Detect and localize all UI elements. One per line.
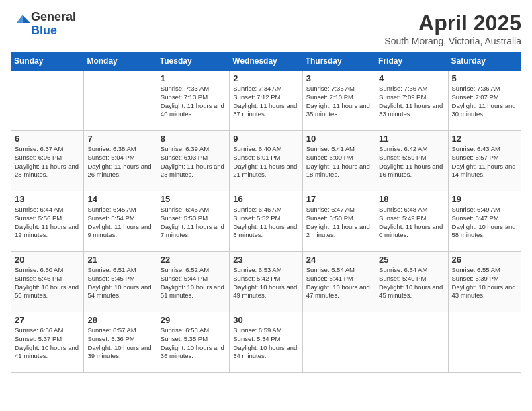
- calendar-cell: 11Sunrise: 6:42 AM Sunset: 5:59 PM Dayli…: [375, 131, 448, 191]
- calendar-cell: [448, 312, 521, 373]
- day-info: Sunrise: 6:45 AM Sunset: 5:54 PM Dayligh…: [87, 205, 152, 240]
- day-number: 20: [15, 255, 80, 265]
- calendar-cell: 29Sunrise: 6:58 AM Sunset: 5:35 PM Dayli…: [157, 312, 229, 373]
- header-day-monday: Monday: [84, 52, 157, 71]
- calendar-cell: 9Sunrise: 6:40 AM Sunset: 6:01 PM Daylig…: [230, 131, 302, 191]
- calendar-cell: 17Sunrise: 6:47 AM Sunset: 5:50 PM Dayli…: [302, 191, 375, 252]
- day-number: 2: [233, 73, 298, 83]
- header-day-friday: Friday: [375, 52, 448, 71]
- calendar-cell: 13Sunrise: 6:44 AM Sunset: 5:56 PM Dayli…: [11, 191, 84, 252]
- day-info: Sunrise: 6:46 AM Sunset: 5:52 PM Dayligh…: [233, 205, 298, 240]
- logo: General Blue: [11, 11, 76, 38]
- header-day-sunday: Sunday: [11, 52, 84, 71]
- day-info: Sunrise: 6:47 AM Sunset: 5:50 PM Dayligh…: [306, 205, 371, 240]
- day-number: 7: [87, 134, 152, 144]
- calendar-cell: 22Sunrise: 6:52 AM Sunset: 5:44 PM Dayli…: [157, 252, 229, 312]
- calendar-cell: 30Sunrise: 6:59 AM Sunset: 5:34 PM Dayli…: [230, 312, 302, 373]
- calendar-cell: 10Sunrise: 6:41 AM Sunset: 6:00 PM Dayli…: [302, 131, 375, 191]
- day-number: 10: [306, 134, 371, 144]
- header-day-saturday: Saturday: [448, 52, 521, 71]
- week-row-2: 6Sunrise: 6:37 AM Sunset: 6:06 PM Daylig…: [11, 131, 521, 191]
- day-number: 9: [233, 134, 298, 144]
- day-info: Sunrise: 6:49 AM Sunset: 5:47 PM Dayligh…: [452, 205, 517, 240]
- day-info: Sunrise: 6:55 AM Sunset: 5:39 PM Dayligh…: [452, 266, 517, 300]
- day-info: Sunrise: 6:45 AM Sunset: 5:53 PM Dayligh…: [161, 205, 226, 240]
- day-number: 21: [87, 255, 152, 265]
- calendar-cell: 18Sunrise: 6:48 AM Sunset: 5:49 PM Dayli…: [375, 191, 448, 252]
- day-info: Sunrise: 6:54 AM Sunset: 5:40 PM Dayligh…: [379, 266, 444, 300]
- day-number: 26: [452, 255, 517, 265]
- day-info: Sunrise: 7:36 AM Sunset: 7:09 PM Dayligh…: [379, 85, 444, 119]
- calendar-cell: 12Sunrise: 6:43 AM Sunset: 5:57 PM Dayli…: [448, 131, 521, 191]
- page-header: General Blue April 2025 South Morang, Vi…: [11, 11, 521, 46]
- logo-icon: [12, 13, 31, 32]
- day-number: 4: [379, 73, 444, 83]
- day-info: Sunrise: 6:57 AM Sunset: 5:36 PM Dayligh…: [87, 326, 152, 361]
- week-row-4: 20Sunrise: 6:50 AM Sunset: 5:46 PM Dayli…: [11, 252, 521, 312]
- day-number: 6: [15, 134, 80, 144]
- calendar-cell: 5Sunrise: 7:36 AM Sunset: 7:07 PM Daylig…: [448, 71, 521, 131]
- location-text: South Morang, Victoria, Australia: [384, 36, 521, 46]
- day-info: Sunrise: 7:35 AM Sunset: 7:10 PM Dayligh…: [306, 85, 371, 119]
- calendar-cell: [375, 312, 448, 373]
- calendar-cell: [84, 71, 157, 131]
- day-info: Sunrise: 6:56 AM Sunset: 5:37 PM Dayligh…: [15, 326, 80, 361]
- day-number: 11: [379, 134, 444, 144]
- header-row: SundayMondayTuesdayWednesdayThursdayFrid…: [11, 52, 521, 71]
- day-number: 23: [233, 255, 298, 265]
- day-info: Sunrise: 7:33 AM Sunset: 7:13 PM Dayligh…: [161, 85, 226, 119]
- logo-blue-text: Blue: [31, 24, 57, 37]
- calendar-cell: 23Sunrise: 6:53 AM Sunset: 5:42 PM Dayli…: [230, 252, 302, 312]
- calendar-cell: 3Sunrise: 7:35 AM Sunset: 7:10 PM Daylig…: [302, 71, 375, 131]
- day-number: 28: [87, 315, 152, 325]
- calendar-cell: 2Sunrise: 7:34 AM Sunset: 7:12 PM Daylig…: [230, 71, 302, 131]
- calendar-cell: 15Sunrise: 6:45 AM Sunset: 5:53 PM Dayli…: [157, 191, 229, 252]
- day-info: Sunrise: 7:34 AM Sunset: 7:12 PM Dayligh…: [233, 85, 298, 119]
- title-section: April 2025 South Morang, Victoria, Austr…: [384, 11, 521, 46]
- day-info: Sunrise: 6:43 AM Sunset: 5:57 PM Dayligh…: [452, 145, 517, 179]
- day-number: 30: [233, 315, 298, 325]
- day-number: 19: [452, 194, 517, 204]
- calendar-cell: 19Sunrise: 6:49 AM Sunset: 5:47 PM Dayli…: [448, 191, 521, 252]
- logo-general-text: General: [31, 10, 76, 24]
- day-number: 14: [87, 194, 152, 204]
- calendar-cell: 7Sunrise: 6:38 AM Sunset: 6:04 PM Daylig…: [84, 131, 157, 191]
- day-info: Sunrise: 6:50 AM Sunset: 5:46 PM Dayligh…: [15, 266, 80, 300]
- calendar-cell: 8Sunrise: 6:39 AM Sunset: 6:03 PM Daylig…: [157, 131, 229, 191]
- day-info: Sunrise: 6:59 AM Sunset: 5:34 PM Dayligh…: [233, 326, 298, 361]
- day-info: Sunrise: 6:38 AM Sunset: 6:04 PM Dayligh…: [87, 145, 152, 179]
- calendar-cell: [302, 312, 375, 373]
- calendar-cell: 21Sunrise: 6:51 AM Sunset: 5:45 PM Dayli…: [84, 252, 157, 312]
- day-info: Sunrise: 6:51 AM Sunset: 5:45 PM Dayligh…: [87, 266, 152, 300]
- svg-marker-0: [22, 15, 30, 23]
- calendar-cell: 1Sunrise: 7:33 AM Sunset: 7:13 PM Daylig…: [157, 71, 229, 131]
- day-number: 13: [15, 194, 80, 204]
- week-row-3: 13Sunrise: 6:44 AM Sunset: 5:56 PM Dayli…: [11, 191, 521, 252]
- day-info: Sunrise: 6:41 AM Sunset: 6:00 PM Dayligh…: [306, 145, 371, 179]
- calendar-cell: 16Sunrise: 6:46 AM Sunset: 5:52 PM Dayli…: [230, 191, 302, 252]
- day-number: 15: [161, 194, 226, 204]
- day-info: Sunrise: 6:40 AM Sunset: 6:01 PM Dayligh…: [233, 145, 298, 179]
- calendar-cell: 26Sunrise: 6:55 AM Sunset: 5:39 PM Dayli…: [448, 252, 521, 312]
- day-number: 24: [306, 255, 371, 265]
- day-info: Sunrise: 6:48 AM Sunset: 5:49 PM Dayligh…: [379, 205, 444, 240]
- day-number: 17: [306, 194, 371, 204]
- day-info: Sunrise: 6:54 AM Sunset: 5:41 PM Dayligh…: [306, 266, 371, 300]
- day-info: Sunrise: 6:42 AM Sunset: 5:59 PM Dayligh…: [379, 145, 444, 179]
- day-info: Sunrise: 6:58 AM Sunset: 5:35 PM Dayligh…: [161, 326, 226, 361]
- day-number: 1: [161, 73, 226, 83]
- day-info: Sunrise: 7:36 AM Sunset: 7:07 PM Dayligh…: [452, 85, 517, 119]
- month-title: April 2025: [384, 11, 521, 36]
- svg-marker-1: [17, 15, 22, 23]
- day-info: Sunrise: 6:37 AM Sunset: 6:06 PM Dayligh…: [15, 145, 80, 179]
- calendar-cell: 28Sunrise: 6:57 AM Sunset: 5:36 PM Dayli…: [84, 312, 157, 373]
- day-number: 16: [233, 194, 298, 204]
- calendar-cell: 20Sunrise: 6:50 AM Sunset: 5:46 PM Dayli…: [11, 252, 84, 312]
- day-info: Sunrise: 6:52 AM Sunset: 5:44 PM Dayligh…: [161, 266, 226, 300]
- week-row-5: 27Sunrise: 6:56 AM Sunset: 5:37 PM Dayli…: [11, 312, 521, 373]
- header-day-tuesday: Tuesday: [157, 52, 229, 71]
- day-number: 27: [15, 315, 80, 325]
- day-number: 22: [161, 255, 226, 265]
- week-row-1: 1Sunrise: 7:33 AM Sunset: 7:13 PM Daylig…: [11, 71, 521, 131]
- calendar-table: SundayMondayTuesdayWednesdayThursdayFrid…: [11, 52, 521, 373]
